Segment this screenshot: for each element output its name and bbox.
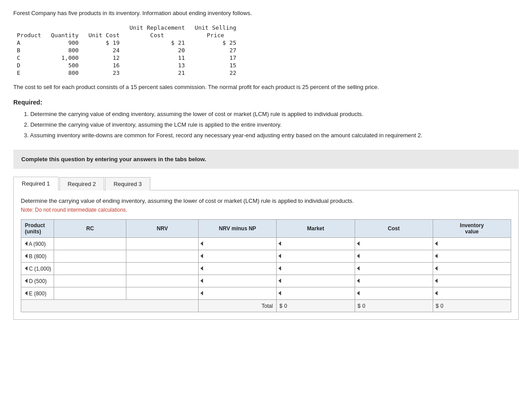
input-a-inv-value[interactable] xyxy=(439,238,508,250)
row-e-nrv-minus-np[interactable] xyxy=(199,287,277,300)
input-e-rc[interactable] xyxy=(54,287,126,299)
input-d-cost[interactable] xyxy=(361,275,430,287)
input-a-cost[interactable] xyxy=(361,238,430,250)
total-cost-value: 0 xyxy=(362,303,365,309)
row-a-nrv-minus-np[interactable] xyxy=(199,238,277,250)
arrow-icon-e-inv xyxy=(435,291,438,295)
input-e-nrv[interactable] xyxy=(126,287,198,299)
input-e-market[interactable] xyxy=(283,287,352,299)
col-header-product: Product(units) xyxy=(21,220,54,238)
row-a-market[interactable] xyxy=(277,238,355,250)
row-d-nrv-minus-np[interactable] xyxy=(199,275,277,287)
col-header-inventory-value: Inventoryvalue xyxy=(433,220,511,238)
description-text: The cost to sell for each product consis… xyxy=(13,83,519,92)
arrow-icon-a-market xyxy=(278,241,281,246)
input-d-nrv-minus-np[interactable] xyxy=(204,275,273,287)
row-d-rc[interactable] xyxy=(54,275,126,287)
total-market-value: 0 xyxy=(284,303,287,309)
row-e-nrv[interactable] xyxy=(126,287,199,300)
row-e-label: E (800) xyxy=(21,287,54,300)
table-row: B (800) xyxy=(21,250,511,263)
arrow-icon-c-nrv xyxy=(200,266,203,271)
product-c: C xyxy=(13,54,49,62)
arrow-icon-a-inv xyxy=(435,241,438,246)
input-c-inv-value[interactable] xyxy=(439,263,508,275)
tab-required-1[interactable]: Required 1 xyxy=(13,177,59,190)
row-e-inventory-value[interactable] xyxy=(433,287,511,300)
row-c-inventory-value[interactable] xyxy=(433,263,511,275)
input-a-market[interactable] xyxy=(283,238,352,250)
input-e-inv-value[interactable] xyxy=(439,287,508,299)
total-cost-dollar: $ xyxy=(358,303,361,309)
row-c-market[interactable] xyxy=(277,263,355,275)
total-inv-value: 0 xyxy=(440,303,443,309)
col-header-market: Market xyxy=(277,220,355,238)
row-a-inventory-value[interactable] xyxy=(433,238,511,250)
input-b-nrv-minus-np[interactable] xyxy=(204,250,273,262)
arrow-icon-a-cost xyxy=(357,241,360,246)
row-c-cost[interactable] xyxy=(355,263,433,275)
requirement-1: 1. Determine the carrying value of endin… xyxy=(24,109,519,119)
tab-required-3[interactable]: Required 3 xyxy=(105,177,150,190)
complete-box: Complete this question by entering your … xyxy=(13,150,519,169)
row-b-rc[interactable] xyxy=(54,250,126,263)
note-text: Note: Do not round intermediate calculat… xyxy=(21,207,511,213)
arrow-icon-a xyxy=(25,241,27,246)
input-b-cost[interactable] xyxy=(361,250,430,262)
col-header-cost: Cost xyxy=(355,220,433,238)
arrow-icon-b-inv xyxy=(435,254,438,258)
row-a-nrv[interactable] xyxy=(126,238,199,250)
row-d-inventory-value[interactable] xyxy=(433,275,511,287)
arrow-icon-c-inv xyxy=(435,266,438,271)
intro-text: Forest Company has five products in its … xyxy=(13,9,519,18)
row-d-cost[interactable] xyxy=(355,275,433,287)
row-b-inventory-value[interactable] xyxy=(433,250,511,263)
total-market-cell: $ 0 xyxy=(277,300,355,312)
input-c-nrv[interactable] xyxy=(126,263,198,275)
input-e-nrv-minus-np[interactable] xyxy=(204,287,273,299)
input-c-cost[interactable] xyxy=(361,263,430,275)
tabs-row: Required 1 Required 2 Required 3 xyxy=(13,177,519,190)
row-c-nrv[interactable] xyxy=(126,263,199,275)
row-a-rc[interactable] xyxy=(54,238,126,250)
input-a-nrv-minus-np[interactable] xyxy=(204,238,273,250)
input-d-nrv[interactable] xyxy=(126,275,198,287)
input-d-inv-value[interactable] xyxy=(439,275,508,287)
data-entry-table: Product(units) RC NRV NRV minus NP Marke… xyxy=(21,219,511,312)
row-d-label: D (500) xyxy=(21,275,54,287)
arrow-icon-e-market xyxy=(278,291,281,295)
tab-content: Determine the carrying value of ending i… xyxy=(13,190,519,320)
tab-required-2[interactable]: Required 2 xyxy=(59,177,105,190)
row-b-cost[interactable] xyxy=(355,250,433,263)
total-market-dollar: $ xyxy=(279,303,282,309)
input-c-market[interactable] xyxy=(283,263,352,275)
row-c-rc[interactable] xyxy=(54,263,126,275)
product-e: E xyxy=(13,69,49,77)
input-b-inv-value[interactable] xyxy=(439,250,508,262)
arrow-icon-a-nrv xyxy=(200,241,203,246)
row-d-market[interactable] xyxy=(277,275,355,287)
row-d-nrv[interactable] xyxy=(126,275,199,287)
input-a-nrv[interactable] xyxy=(126,238,198,250)
tab-description: Determine the carrying value of ending i… xyxy=(21,197,511,205)
product-d: D xyxy=(13,62,49,69)
arrow-icon-e-cost xyxy=(357,291,360,295)
input-d-market[interactable] xyxy=(283,275,352,287)
input-b-market[interactable] xyxy=(283,250,352,262)
row-a-cost[interactable] xyxy=(355,238,433,250)
input-a-rc[interactable] xyxy=(54,238,126,250)
row-e-market[interactable] xyxy=(277,287,355,300)
row-b-market[interactable] xyxy=(277,250,355,263)
input-d-rc[interactable] xyxy=(54,275,126,287)
input-c-nrv-minus-np[interactable] xyxy=(204,263,273,275)
input-c-rc[interactable] xyxy=(54,263,126,275)
row-c-nrv-minus-np[interactable] xyxy=(199,263,277,275)
row-e-cost[interactable] xyxy=(355,287,433,300)
input-e-cost[interactable] xyxy=(361,287,430,299)
row-b-nrv[interactable] xyxy=(126,250,199,263)
row-b-nrv-minus-np[interactable] xyxy=(199,250,277,263)
input-b-nrv[interactable] xyxy=(126,250,198,262)
col-header-rc: RC xyxy=(54,220,126,238)
row-e-rc[interactable] xyxy=(54,287,126,300)
input-b-rc[interactable] xyxy=(54,250,126,262)
